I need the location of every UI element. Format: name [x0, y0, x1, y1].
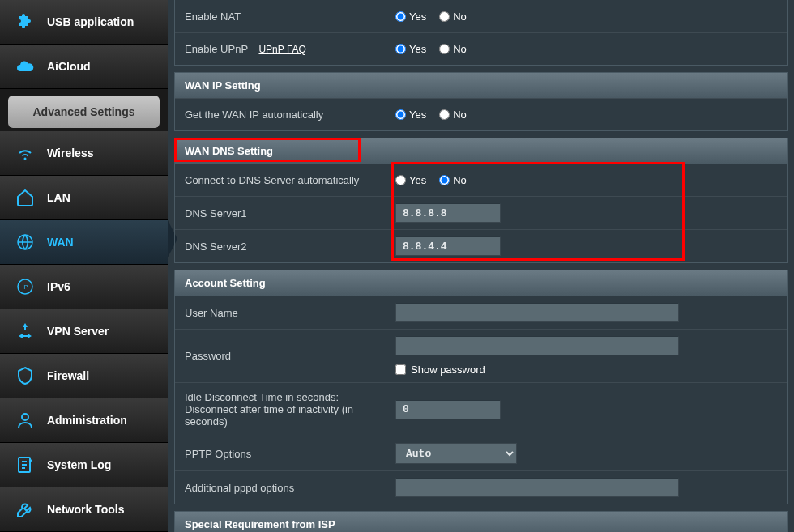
sidebar-item-label: IPv6 [47, 280, 70, 293]
input-username[interactable] [395, 303, 679, 322]
value-username [386, 296, 787, 329]
header-account: Account Setting [175, 270, 787, 296]
row-pppd: Additional pppd options [175, 470, 787, 504]
sidebar-item-system-log[interactable]: System Log [0, 443, 168, 487]
input-idle[interactable] [395, 400, 501, 419]
radio-dns-yes[interactable]: Yes [395, 174, 426, 186]
row-dns1: DNS Server1 [175, 196, 787, 229]
puzzle-icon [15, 11, 36, 32]
value-dns2 [386, 230, 787, 262]
wifi-icon [15, 143, 36, 164]
label-dns1: DNS Server1 [175, 199, 386, 228]
sidebar-item-label: VPN Server [47, 325, 109, 338]
sidebar-item-label: WAN [47, 236, 74, 249]
sidebar-item-ipv6[interactable]: IP IPv6 [0, 265, 168, 309]
vpn-icon [15, 321, 36, 342]
label-pppd: Additional pppd options [175, 474, 386, 502]
sidebar-item-administration[interactable]: Administration [0, 398, 168, 443]
sidebar: USB application AiCloud Advanced Setting… [0, 0, 168, 532]
sidebar-item-wireless[interactable]: Wireless [0, 131, 168, 176]
radio-nat-yes[interactable]: Yes [395, 11, 426, 23]
label-idle: Idle Disconnect Time in seconds: Disconn… [175, 383, 386, 436]
sidebar-item-label: System Log [47, 458, 111, 471]
sidebar-item-vpn-server[interactable]: VPN Server [0, 309, 168, 354]
wrench-icon [15, 499, 36, 520]
label-dns-auto: Connect to DNS Server automatically [175, 166, 386, 194]
value-dns-auto: Yes No [386, 168, 787, 193]
sidebar-item-label: AiCloud [47, 60, 91, 73]
radio-wanip-yes[interactable]: Yes [395, 109, 426, 121]
label-dns2: DNS Server2 [175, 232, 386, 261]
panel-wan-dns: WAN DNS Setting Connect to DNS Server au… [174, 138, 788, 263]
sidebar-item-lan[interactable]: LAN [0, 176, 168, 220]
sidebar-item-firewall[interactable]: Firewall [0, 354, 168, 398]
input-dns2[interactable] [395, 236, 501, 256]
row-password: Password Show password [175, 329, 787, 382]
row-dns-auto: Connect to DNS Server automatically Yes … [175, 164, 787, 196]
cloud-icon [15, 56, 36, 77]
sidebar-item-aicloud[interactable]: AiCloud [0, 45, 168, 89]
sidebar-section-advanced: Advanced Settings [8, 96, 160, 128]
value-pppd [386, 471, 787, 504]
log-icon [15, 454, 36, 475]
value-pptp: Auto [386, 436, 787, 470]
input-password[interactable] [395, 336, 679, 355]
radio-dns-no[interactable]: No [439, 174, 467, 186]
ipv6-icon: IP [15, 276, 36, 297]
globe-icon [15, 232, 36, 253]
value-dns1 [386, 197, 787, 229]
sidebar-item-label: Wireless [47, 147, 93, 160]
sidebar-item-network-tools[interactable]: Network Tools [0, 487, 168, 532]
select-pptp[interactable]: Auto [395, 443, 517, 464]
svg-text:IP: IP [23, 284, 28, 290]
main-content: Enable NAT Yes No Enable UPnP UPnP FAQ Y… [168, 0, 794, 532]
value-password: Show password [386, 330, 787, 382]
sidebar-item-label: Administration [47, 414, 127, 427]
svg-point-4 [22, 414, 28, 420]
value-idle [386, 394, 787, 426]
value-enable-upnp: Yes No [386, 36, 787, 62]
sidebar-item-label: Firewall [47, 369, 89, 382]
row-wan-auto: Get the WAN IP automatically Yes No [175, 98, 787, 130]
value-enable-nat: Yes No [386, 4, 787, 29]
header-wan-dns: WAN DNS Setting [175, 138, 787, 164]
link-upnp-faq[interactable]: UPnP FAQ [258, 44, 305, 55]
shield-icon [15, 365, 36, 386]
panel-isp: Special Requirement from ISP VPN Server [174, 511, 788, 532]
sidebar-item-label: LAN [47, 191, 70, 204]
panel-wan-ip: WAN IP Setting Get the WAN IP automatica… [174, 72, 788, 131]
label-enable-nat: Enable NAT [175, 2, 386, 31]
label-password: Password [175, 342, 386, 370]
user-icon [15, 410, 36, 431]
checkbox-show-password[interactable] [395, 364, 406, 375]
header-isp: Special Requirement from ISP [175, 512, 787, 532]
home-icon [15, 187, 36, 208]
radio-upnp-yes[interactable]: Yes [395, 43, 426, 55]
sidebar-item-usb-application[interactable]: USB application [0, 0, 168, 45]
label-pptp: PPTP Options [175, 440, 386, 468]
row-username: User Name [175, 296, 787, 329]
radio-upnp-no[interactable]: No [439, 43, 467, 55]
label-wan-auto: Get the WAN IP automatically [175, 100, 386, 129]
panel-account: Account Setting User Name Password Show … [174, 270, 788, 504]
input-dns1[interactable] [395, 203, 501, 223]
row-idle: Idle Disconnect Time in seconds: Disconn… [175, 382, 787, 436]
row-enable-upnp: Enable UPnP UPnP FAQ Yes No [175, 32, 787, 65]
sidebar-item-wan[interactable]: WAN [0, 220, 168, 265]
row-enable-nat: Enable NAT Yes No [175, 0, 787, 32]
row-dns2: DNS Server2 [175, 229, 787, 262]
input-pppd[interactable] [395, 478, 679, 497]
radio-wanip-no[interactable]: No [439, 109, 467, 121]
sidebar-item-label: USB application [47, 15, 134, 28]
value-wan-auto: Yes No [386, 102, 787, 127]
radio-nat-no[interactable]: No [439, 11, 467, 23]
svg-point-0 [24, 158, 27, 160]
header-wan-ip: WAN IP Setting [175, 73, 787, 98]
label-enable-upnp: Enable UPnP UPnP FAQ [175, 35, 386, 63]
label-username: User Name [175, 299, 386, 327]
panel-basic: Enable NAT Yes No Enable UPnP UPnP FAQ Y… [174, 0, 788, 66]
sidebar-item-label: Network Tools [47, 503, 124, 516]
row-pptp: PPTP Options Auto [175, 436, 787, 470]
checkbox-show-password-label[interactable]: Show password [395, 364, 679, 376]
